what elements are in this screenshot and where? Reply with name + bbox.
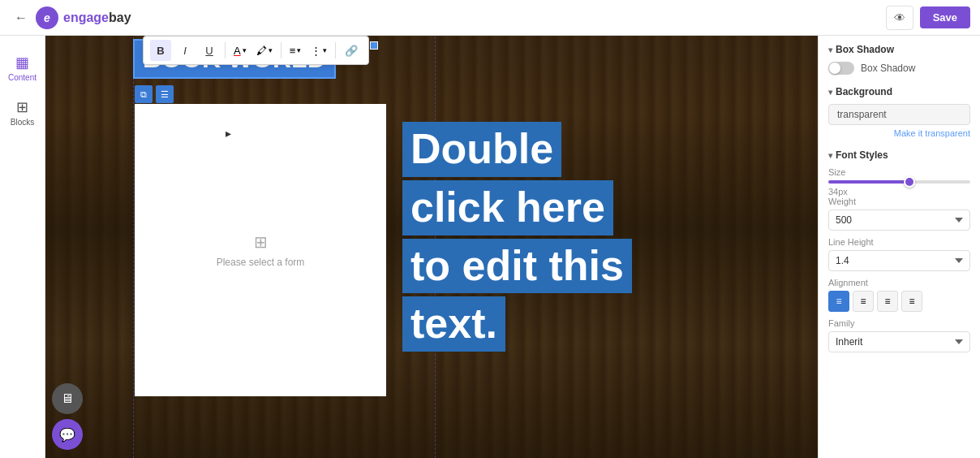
alignment-label: Alignment [828,278,970,287]
logo-text: engagebay [63,11,131,25]
box-shadow-toggle-label: Box Shadow [861,63,915,74]
sidebar-item-blocks-label: Blocks [11,118,34,127]
highlight-chevron: ▾ [269,46,273,54]
box-shadow-section: ▾ Box Shadow Box Shadow [828,44,970,75]
text-resize-handle[interactable] [370,41,378,50]
hero-text-line-2: click here [402,180,613,235]
list-ordered-chevron: ▾ [323,46,327,54]
sidebar-item-content-label: Content [8,73,37,82]
toggle-knob [829,63,840,74]
preview-button[interactable]: 👁 [886,6,913,30]
font-family-select[interactable]: Inherit [828,331,970,352]
box-shadow-chevron: ▾ [828,45,832,54]
app-top-bar: ← e engagebay 👁 Save [0,0,980,36]
sidebar-item-content[interactable]: ▦ Content [0,45,45,90]
bg-color-input[interactable]: transparent [828,104,970,125]
slider-track [828,180,970,184]
box-shadow-header[interactable]: ▾ Box Shadow [828,44,970,55]
formatting-toolbar: B I U A ▾ 🖍 ▾ ≡ ▾ ⋮ ▾ 🔗 [143,36,369,65]
save-button[interactable]: Save [920,6,970,28]
bold-button[interactable]: B [150,40,171,61]
font-styles-chevron: ▾ [828,151,832,160]
highlight-icon: 🖍 [256,45,267,57]
hero-text-overlay[interactable]: Double click here to edit this text. [402,122,802,355]
font-styles-title: Font Styles [836,149,888,161]
background-title: Background [836,86,892,97]
back-button[interactable]: ← [10,6,32,29]
slider-thumb[interactable] [904,176,915,188]
background-section: ▾ Background transparent Make it transpa… [828,86,970,138]
box-shadow-toggle-row: Box Shadow [828,62,970,75]
line-height-select[interactable]: 1.4 [828,250,970,271]
bg-value-text: transparent [837,109,887,120]
text-color-button[interactable]: A ▾ [230,43,250,58]
alignment-buttons: ≡ ≡ ≡ ≡ [828,291,970,312]
font-styles-section: ▾ Font Styles Size 34px Weight 500 Line … [828,149,970,359]
background-header[interactable]: ▾ Background [828,86,970,97]
form-panel[interactable]: ⊞ Please select a form [135,104,386,396]
make-transparent-link[interactable]: Make it transparent [828,128,970,138]
text-color-chevron: ▾ [243,46,247,54]
list-ordered-button[interactable]: ⋮ ▾ [307,43,330,58]
size-value: 34px [828,187,970,197]
toolbar-divider-2 [281,42,282,58]
hero-text-line-3: to edit this [402,239,632,294]
underline-button[interactable]: U [199,40,220,61]
list-unordered-chevron: ▾ [297,46,301,54]
hero-text-line-4: text. [402,296,505,352]
list-ordered-icon: ⋮ [311,45,321,57]
highlight-color-button[interactable]: 🖍 ▾ [253,43,276,58]
toolbar-divider-3 [335,42,336,58]
link-button[interactable]: 🔗 [341,40,362,61]
font-weight-select[interactable]: 500 [828,210,970,231]
hero-text-line-1: Double [402,122,561,177]
right-panel: ▾ Box Shadow Box Shadow ▾ Background tra… [818,36,980,458]
align-left-button[interactable]: ≡ [828,291,849,312]
align-justify-button[interactable]: ≡ [901,291,922,312]
sidebar-item-blocks[interactable]: ⊞ Blocks [0,90,45,135]
font-size-slider[interactable] [828,180,970,184]
box-shadow-title: Box Shadow [836,44,894,55]
content-icon: ▦ [15,54,29,71]
text-actions: ⧉ ☰ [135,85,174,103]
device-toggle-button[interactable]: 🖥 [52,383,83,414]
background-chevron: ▾ [828,88,832,97]
toolbar-divider-1 [225,42,226,58]
italic-button[interactable]: I [174,40,196,61]
font-styles-header[interactable]: ▾ Font Styles [828,149,970,161]
logo-icon: e [36,6,58,29]
line-height-label: Line Height [828,237,970,247]
top-bar-actions: 👁 Save [886,6,970,30]
canvas-area: B I U A ▾ 🖍 ▾ ≡ ▾ ⋮ ▾ 🔗 [45,0,818,458]
weight-label: Weight [828,197,970,206]
blocks-icon: ⊞ [16,98,28,116]
form-icon: ⊞ [254,232,268,252]
text-color-label: A [234,45,241,57]
left-sidebar: ▦ Content ⊞ Blocks [0,0,45,458]
list-unordered-icon: ≡ [290,45,296,57]
link-icon: 🔗 [345,45,358,57]
box-shadow-toggle[interactable] [828,62,854,75]
align-right-button[interactable]: ≡ [877,291,898,312]
logo: e engagebay [36,6,131,29]
list-unordered-button[interactable]: ≡ ▾ [286,43,305,58]
text-action-copy[interactable]: ⧉ [135,85,153,103]
size-label: Size [828,167,970,177]
bottom-icons: 🖥 💬 [52,383,83,450]
align-center-button[interactable]: ≡ [853,291,874,312]
text-action-delete[interactable]: ☰ [156,85,174,103]
chat-button[interactable]: 💬 [52,419,83,450]
family-label: Family [828,318,970,328]
form-placeholder: Please select a form [217,257,305,268]
guide-line-left [133,0,134,458]
